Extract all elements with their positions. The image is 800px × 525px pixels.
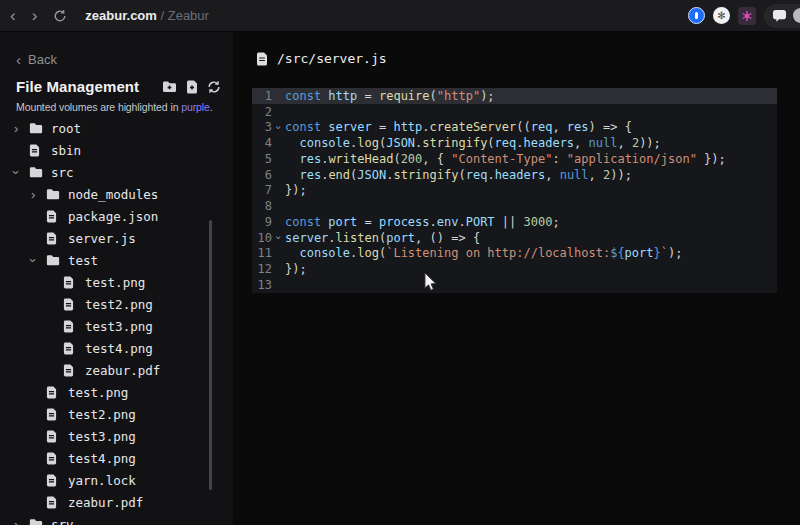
purple-extension-icon[interactable] (738, 7, 756, 25)
code-line[interactable]: 7}); (252, 183, 777, 199)
tree-item-label: test (68, 253, 98, 268)
code-token: stringify (422, 136, 487, 150)
code-line[interactable]: 1const http = require("http"); (252, 88, 777, 104)
tree-item-server.js[interactable]: server.js (0, 227, 233, 249)
code-token: res (299, 168, 321, 182)
url-host: zeabur.com (85, 8, 157, 23)
tree-item-label: test3.png (85, 319, 153, 334)
url-path: / Zeabur (157, 8, 209, 23)
code-token: ( (430, 89, 437, 103)
code-line[interactable]: 4 console.log(JSON.stringify(req.headers… (252, 135, 777, 151)
folder-icon (29, 518, 43, 525)
code-token: )); (610, 168, 632, 182)
reload-icon[interactable] (53, 9, 67, 23)
chevron-icon[interactable]: › (14, 122, 29, 135)
code-token: 2 (603, 168, 610, 182)
code-line[interactable]: 9const port = process.env.PORT || 3000; (252, 214, 777, 230)
back-button[interactable]: ‹ Back (16, 52, 233, 67)
code-token (321, 89, 328, 103)
file-icon (63, 298, 77, 311)
file-icon (63, 342, 77, 355)
line-number: 8 (252, 199, 272, 213)
code-line[interactable]: 3›const server = http.createServer((req,… (252, 120, 777, 136)
page-url-title[interactable]: zeabur.com / Zeabur (85, 8, 209, 23)
tree-item-sbin[interactable]: sbin (0, 139, 233, 161)
code-token: ( (350, 168, 357, 182)
back-icon[interactable]: ‹ (10, 7, 16, 24)
chevron-icon[interactable]: › (14, 518, 29, 525)
tree-item-node_modules[interactable]: ›node_modules (0, 183, 233, 205)
code-line[interactable]: 8 (252, 198, 777, 214)
code-token: . (422, 120, 429, 134)
line-number: 4 (252, 136, 272, 150)
tree-item-root[interactable]: ›root (0, 117, 233, 139)
sidebar-subtitle: Mounted volumes are highlighted in purpl… (16, 101, 233, 113)
code-token (321, 215, 328, 229)
new-folder-icon[interactable] (162, 80, 177, 93)
code-line[interactable]: 12}); (252, 261, 777, 277)
tree-item-test2.png[interactable]: test2.png (0, 403, 233, 425)
code-token: http (328, 89, 357, 103)
code-token: ) => { (589, 120, 632, 134)
code-token: process (379, 215, 430, 229)
code-token: req (531, 120, 553, 134)
code-token: . (430, 215, 437, 229)
line-number: 10 (252, 231, 272, 245)
code-line[interactable]: 13 (252, 277, 777, 293)
tree-item-test3.png[interactable]: test3.png (0, 425, 233, 447)
tree-item-src[interactable]: ›src (0, 161, 233, 183)
code-line[interactable]: 6 res.end(JSON.stringify(req.headers, nu… (252, 167, 777, 183)
tree-item-test4.png[interactable]: test4.png (0, 337, 233, 359)
code-token: res (299, 152, 321, 166)
fold-chevron-icon[interactable]: › (272, 121, 285, 134)
code-editor[interactable]: 1const http = require("http");23›const s… (252, 88, 777, 293)
code-line[interactable]: 10›server.listen(port, () => { (252, 230, 777, 246)
code-token: writeHead (328, 152, 393, 166)
round-extension-icon[interactable]: ✻ (713, 7, 730, 24)
file-icon (63, 320, 77, 333)
tree-item-zeabur.pdf[interactable]: zeabur.pdf (0, 491, 233, 513)
line-number: 12 (252, 262, 272, 276)
line-number: 13 (252, 278, 272, 292)
refresh-icon[interactable] (207, 80, 221, 94)
tree-item-label: srv (51, 517, 74, 525)
code-line[interactable]: 11 console.log(`Listening on http://loca… (252, 246, 777, 262)
tree-item-test.png[interactable]: test.png (0, 271, 233, 293)
tree-item-test2.png[interactable]: test2.png (0, 293, 233, 315)
tree-item-test3.png[interactable]: test3.png (0, 315, 233, 337)
code-line[interactable]: 2 (252, 104, 777, 120)
code-token: `Listening on http://localhost: (386, 246, 610, 260)
tree-item-test.png[interactable]: test.png (0, 381, 233, 403)
chevron-icon[interactable]: › (14, 166, 29, 179)
tree-item-yarn.lock[interactable]: yarn.lock (0, 469, 233, 491)
tree-item-label: package.json (68, 209, 158, 224)
code-token: ( (458, 168, 465, 182)
chat-widget[interactable] (764, 4, 800, 28)
tree-item-label: yarn.lock (68, 473, 136, 488)
code-line[interactable]: 5 res.writeHead(200, { "Content-Type": "… (252, 151, 777, 167)
code-token: ` (661, 246, 668, 260)
tree-item-test[interactable]: ›test (0, 249, 233, 271)
file-icon (46, 210, 60, 223)
chevron-icon[interactable]: › (31, 254, 46, 267)
code-token: , (617, 136, 631, 150)
code-token: console (299, 136, 350, 150)
fold-chevron-icon[interactable]: › (272, 231, 285, 244)
tree-item-label: sbin (51, 143, 81, 158)
sidebar-scrollbar[interactable] (209, 220, 212, 490)
file-icon (46, 386, 60, 399)
code-token: log (357, 136, 379, 150)
tree-item-label: root (51, 121, 81, 136)
chevron-icon[interactable]: › (31, 188, 46, 201)
forward-icon[interactable]: › (32, 7, 38, 24)
tree-item-test4.png[interactable]: test4.png (0, 447, 233, 469)
folder-icon (46, 188, 60, 200)
onepassword-icon[interactable] (688, 7, 705, 24)
line-number: 1 (252, 89, 272, 103)
tree-item-srv[interactable]: ›srv (0, 513, 233, 525)
code-token: createServer (430, 120, 517, 134)
code-token: log (357, 246, 379, 260)
tree-item-zeabur.pdf[interactable]: zeabur.pdf (0, 359, 233, 381)
tree-item-package.json[interactable]: package.json (0, 205, 233, 227)
new-file-icon[interactable] (186, 80, 198, 94)
